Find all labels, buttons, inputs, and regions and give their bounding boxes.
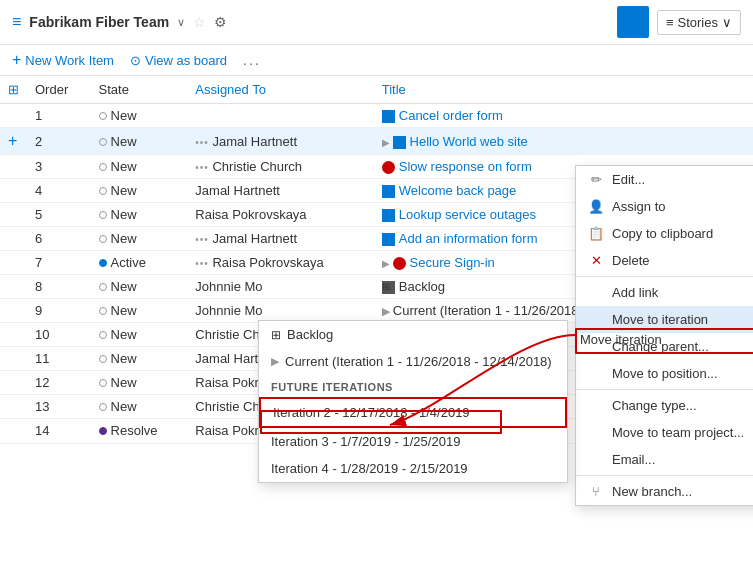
more-options-button[interactable]: ... bbox=[243, 52, 261, 68]
state-label: New bbox=[111, 231, 137, 246]
title-cell: ▶ Hello World web site bbox=[374, 128, 753, 155]
iteration2-label: Iteration 2 - 12/17/2018 - 1/4/2019 bbox=[273, 405, 470, 420]
menu-icon[interactable]: ≡ bbox=[12, 13, 21, 31]
order-cell: 3 bbox=[27, 155, 91, 179]
favorite-star-icon[interactable]: ☆ bbox=[193, 14, 206, 30]
add-row-cell[interactable] bbox=[0, 179, 27, 203]
title-text[interactable]: Cancel order form bbox=[399, 108, 503, 123]
menu-delete[interactable]: ✕ Delete bbox=[576, 247, 753, 274]
delete-label: Delete bbox=[612, 253, 650, 268]
menu-move-team[interactable]: Move to team project... bbox=[576, 419, 753, 446]
bug-icon bbox=[393, 257, 406, 270]
order-cell: 7 bbox=[27, 251, 91, 275]
menu-copy[interactable]: 📋 Copy to clipboard bbox=[576, 220, 753, 247]
title-cell: Cancel order form bbox=[374, 104, 753, 128]
add-col-icon: ⊞ bbox=[8, 82, 19, 97]
expand-icon[interactable]: ▶ bbox=[382, 137, 393, 148]
add-row-cell[interactable] bbox=[0, 104, 27, 128]
expand-icon[interactable]: ▶ bbox=[382, 258, 393, 269]
add-row-cell[interactable] bbox=[0, 203, 27, 227]
add-row-cell[interactable] bbox=[0, 299, 27, 323]
title-text[interactable]: Add an information form bbox=[399, 231, 538, 246]
state-dot bbox=[99, 211, 107, 219]
add-row-cell[interactable] bbox=[0, 347, 27, 371]
team-settings-icon[interactable]: ⚙ bbox=[214, 14, 227, 30]
stories-label: Stories bbox=[678, 15, 718, 30]
current-iteration-item[interactable]: ▶ Current (Iteration 1 - 11/26/2018 - 12… bbox=[259, 348, 567, 375]
add-row-cell[interactable]: + bbox=[0, 128, 27, 155]
table-row[interactable]: +2New••• Jamal Hartnett▶ Hello World web… bbox=[0, 128, 753, 155]
assigned-to-cell: Raisa Pokrovskaya bbox=[187, 203, 373, 227]
title-text[interactable]: Secure Sign-in bbox=[410, 255, 495, 270]
plus-icon: + bbox=[12, 51, 21, 69]
menu-add-link[interactable]: Add link › bbox=[576, 279, 753, 306]
title-text[interactable]: Welcome back page bbox=[399, 183, 517, 198]
state-label: New bbox=[111, 183, 137, 198]
assigned-name: Johnnie Mo bbox=[195, 279, 262, 294]
state-label: Active bbox=[111, 255, 146, 270]
table-row[interactable]: 1NewCancel order form bbox=[0, 104, 753, 128]
menu-edit[interactable]: ✏ Edit... bbox=[576, 166, 753, 193]
stories-button[interactable]: ≡ Stories ∨ bbox=[657, 10, 741, 35]
move-position-label: Move to position... bbox=[612, 366, 718, 381]
row-options-icon[interactable]: ••• bbox=[195, 137, 209, 148]
state-dot bbox=[99, 163, 107, 171]
menu-assign-to[interactable]: 👤 Assign to › bbox=[576, 193, 753, 220]
view-as-board-button[interactable]: ⊙ View as board bbox=[130, 53, 227, 68]
menu-change-parent[interactable]: Change parent... bbox=[576, 333, 753, 360]
add-row-icon[interactable]: + bbox=[8, 132, 17, 149]
add-row-cell[interactable] bbox=[0, 419, 27, 443]
iteration-submenu: ⊞ Backlog ▶ Current (Iteration 1 - 11/26… bbox=[258, 320, 568, 483]
state-dot bbox=[99, 307, 107, 315]
add-row-cell[interactable] bbox=[0, 395, 27, 419]
add-row-cell[interactable] bbox=[0, 251, 27, 275]
assigned-to-cell: Jamal Hartnett bbox=[187, 179, 373, 203]
work-item-icon bbox=[393, 136, 406, 149]
add-row-cell[interactable] bbox=[0, 371, 27, 395]
menu-new-branch[interactable]: ⑂ New branch... bbox=[576, 478, 753, 505]
iteration3-item[interactable]: Iteration 3 - 1/7/2019 - 1/25/2019 bbox=[259, 428, 567, 455]
change-parent-label: Change parent... bbox=[612, 339, 709, 354]
edit-icon: ✏ bbox=[588, 172, 604, 187]
current-chevron: ▶ bbox=[271, 355, 279, 368]
state-label: New bbox=[111, 399, 137, 414]
backlog-text: Backlog bbox=[399, 279, 445, 294]
separator3 bbox=[576, 475, 753, 476]
add-row-cell[interactable] bbox=[0, 227, 27, 251]
title-text[interactable]: Lookup service outages bbox=[399, 207, 536, 222]
title-text[interactable]: Slow response on form bbox=[399, 159, 532, 174]
add-column-header[interactable]: ⊞ bbox=[0, 76, 27, 104]
row-options-icon[interactable]: ••• bbox=[195, 258, 209, 269]
row-options-icon[interactable]: ••• bbox=[195, 162, 209, 173]
row-options-icon[interactable]: ••• bbox=[195, 234, 209, 245]
menu-move-iteration[interactable]: Move to iteration › bbox=[576, 306, 753, 333]
order-cell: 13 bbox=[27, 395, 91, 419]
state-dot bbox=[99, 138, 107, 146]
view-as-board-label: View as board bbox=[145, 53, 227, 68]
header-right: ≡ Stories ∨ bbox=[617, 6, 741, 38]
assigned-to-header[interactable]: Assigned To bbox=[187, 76, 373, 104]
add-row-cell[interactable] bbox=[0, 155, 27, 179]
work-item-icon bbox=[382, 233, 395, 246]
iteration4-item[interactable]: Iteration 4 - 1/28/2019 - 2/15/2019 bbox=[259, 455, 567, 482]
order-cell: 8 bbox=[27, 275, 91, 299]
move-team-label: Move to team project... bbox=[612, 425, 744, 440]
add-row-cell[interactable] bbox=[0, 323, 27, 347]
assigned-to-cell: ••• Christie Church bbox=[187, 155, 373, 179]
backlog-item[interactable]: ⊞ Backlog bbox=[259, 321, 567, 348]
new-work-item-button[interactable]: + New Work Item bbox=[12, 51, 114, 69]
iteration2-item[interactable]: Iteration 2 - 12/17/2018 - 1/4/2019 bbox=[259, 397, 567, 428]
title-header[interactable]: Title bbox=[374, 76, 753, 104]
add-row-cell[interactable] bbox=[0, 275, 27, 299]
branch-icon: ⑂ bbox=[588, 484, 604, 499]
menu-email[interactable]: Email... bbox=[576, 446, 753, 473]
order-cell: 1 bbox=[27, 104, 91, 128]
menu-change-type[interactable]: Change type... bbox=[576, 392, 753, 419]
delete-icon: ✕ bbox=[588, 253, 604, 268]
assigned-to-cell bbox=[187, 104, 373, 128]
separator1 bbox=[576, 276, 753, 277]
team-caret-icon[interactable]: ∨ bbox=[177, 16, 185, 29]
menu-move-position[interactable]: Move to position... bbox=[576, 360, 753, 387]
state-cell: New bbox=[91, 347, 188, 371]
title-text[interactable]: Hello World web site bbox=[410, 134, 528, 149]
